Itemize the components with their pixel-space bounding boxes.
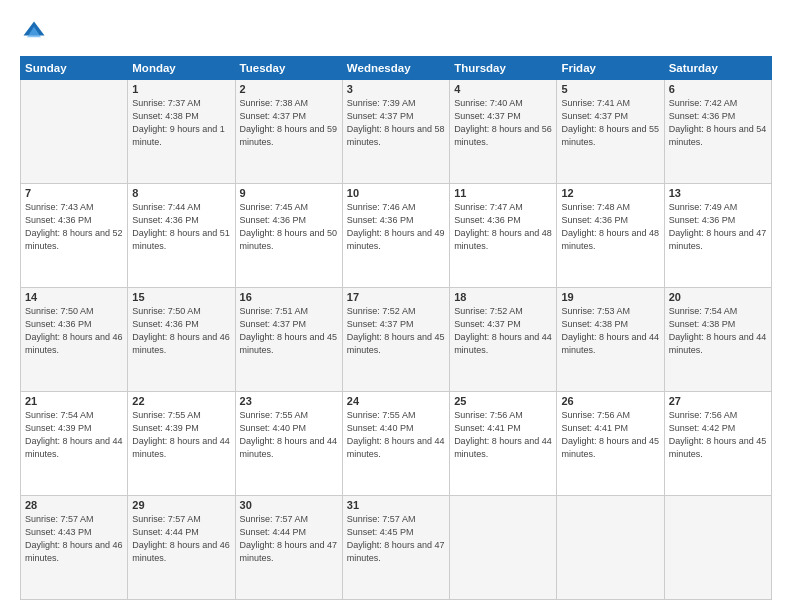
calendar-cell: 4Sunrise: 7:40 AMSunset: 4:37 PMDaylight… [450, 80, 557, 184]
day-info: Sunrise: 7:54 AMSunset: 4:39 PMDaylight:… [25, 409, 123, 461]
calendar-cell: 17Sunrise: 7:52 AMSunset: 4:37 PMDayligh… [342, 288, 449, 392]
calendar-cell: 9Sunrise: 7:45 AMSunset: 4:36 PMDaylight… [235, 184, 342, 288]
day-info: Sunrise: 7:57 AMSunset: 4:44 PMDaylight:… [240, 513, 338, 565]
header-day-thursday: Thursday [450, 57, 557, 80]
day-number: 14 [25, 291, 123, 303]
day-number: 21 [25, 395, 123, 407]
day-number: 27 [669, 395, 767, 407]
calendar-cell: 22Sunrise: 7:55 AMSunset: 4:39 PMDayligh… [128, 392, 235, 496]
day-info: Sunrise: 7:50 AMSunset: 4:36 PMDaylight:… [25, 305, 123, 357]
day-number: 2 [240, 83, 338, 95]
header-row: SundayMondayTuesdayWednesdayThursdayFrid… [21, 57, 772, 80]
calendar-cell: 21Sunrise: 7:54 AMSunset: 4:39 PMDayligh… [21, 392, 128, 496]
day-info: Sunrise: 7:43 AMSunset: 4:36 PMDaylight:… [25, 201, 123, 253]
calendar-cell: 19Sunrise: 7:53 AMSunset: 4:38 PMDayligh… [557, 288, 664, 392]
calendar-cell: 18Sunrise: 7:52 AMSunset: 4:37 PMDayligh… [450, 288, 557, 392]
calendar-cell: 29Sunrise: 7:57 AMSunset: 4:44 PMDayligh… [128, 496, 235, 600]
day-number: 24 [347, 395, 445, 407]
day-info: Sunrise: 7:55 AMSunset: 4:40 PMDaylight:… [347, 409, 445, 461]
day-info: Sunrise: 7:38 AMSunset: 4:37 PMDaylight:… [240, 97, 338, 149]
day-info: Sunrise: 7:47 AMSunset: 4:36 PMDaylight:… [454, 201, 552, 253]
header-day-monday: Monday [128, 57, 235, 80]
day-info: Sunrise: 7:56 AMSunset: 4:41 PMDaylight:… [454, 409, 552, 461]
day-number: 19 [561, 291, 659, 303]
day-number: 11 [454, 187, 552, 199]
day-info: Sunrise: 7:48 AMSunset: 4:36 PMDaylight:… [561, 201, 659, 253]
header-day-friday: Friday [557, 57, 664, 80]
day-number: 22 [132, 395, 230, 407]
page: SundayMondayTuesdayWednesdayThursdayFrid… [0, 0, 792, 612]
day-number: 17 [347, 291, 445, 303]
day-number: 25 [454, 395, 552, 407]
day-info: Sunrise: 7:57 AMSunset: 4:43 PMDaylight:… [25, 513, 123, 565]
week-row-5: 28Sunrise: 7:57 AMSunset: 4:43 PMDayligh… [21, 496, 772, 600]
calendar-cell: 5Sunrise: 7:41 AMSunset: 4:37 PMDaylight… [557, 80, 664, 184]
week-row-2: 7Sunrise: 7:43 AMSunset: 4:36 PMDaylight… [21, 184, 772, 288]
calendar-cell: 30Sunrise: 7:57 AMSunset: 4:44 PMDayligh… [235, 496, 342, 600]
day-number: 3 [347, 83, 445, 95]
day-info: Sunrise: 7:40 AMSunset: 4:37 PMDaylight:… [454, 97, 552, 149]
day-info: Sunrise: 7:54 AMSunset: 4:38 PMDaylight:… [669, 305, 767, 357]
day-info: Sunrise: 7:42 AMSunset: 4:36 PMDaylight:… [669, 97, 767, 149]
calendar-cell [21, 80, 128, 184]
calendar-cell: 1Sunrise: 7:37 AMSunset: 4:38 PMDaylight… [128, 80, 235, 184]
calendar-cell: 2Sunrise: 7:38 AMSunset: 4:37 PMDaylight… [235, 80, 342, 184]
calendar-cell: 13Sunrise: 7:49 AMSunset: 4:36 PMDayligh… [664, 184, 771, 288]
calendar-cell [450, 496, 557, 600]
calendar-table: SundayMondayTuesdayWednesdayThursdayFrid… [20, 56, 772, 600]
week-row-3: 14Sunrise: 7:50 AMSunset: 4:36 PMDayligh… [21, 288, 772, 392]
day-info: Sunrise: 7:51 AMSunset: 4:37 PMDaylight:… [240, 305, 338, 357]
day-info: Sunrise: 7:44 AMSunset: 4:36 PMDaylight:… [132, 201, 230, 253]
day-number: 12 [561, 187, 659, 199]
day-number: 23 [240, 395, 338, 407]
day-info: Sunrise: 7:50 AMSunset: 4:36 PMDaylight:… [132, 305, 230, 357]
calendar-header: SundayMondayTuesdayWednesdayThursdayFrid… [21, 57, 772, 80]
week-row-4: 21Sunrise: 7:54 AMSunset: 4:39 PMDayligh… [21, 392, 772, 496]
day-info: Sunrise: 7:52 AMSunset: 4:37 PMDaylight:… [454, 305, 552, 357]
calendar-cell: 16Sunrise: 7:51 AMSunset: 4:37 PMDayligh… [235, 288, 342, 392]
calendar-cell: 12Sunrise: 7:48 AMSunset: 4:36 PMDayligh… [557, 184, 664, 288]
calendar-cell: 20Sunrise: 7:54 AMSunset: 4:38 PMDayligh… [664, 288, 771, 392]
calendar-cell: 23Sunrise: 7:55 AMSunset: 4:40 PMDayligh… [235, 392, 342, 496]
day-info: Sunrise: 7:45 AMSunset: 4:36 PMDaylight:… [240, 201, 338, 253]
day-number: 7 [25, 187, 123, 199]
day-number: 28 [25, 499, 123, 511]
calendar-cell: 28Sunrise: 7:57 AMSunset: 4:43 PMDayligh… [21, 496, 128, 600]
calendar-cell [557, 496, 664, 600]
calendar-cell: 24Sunrise: 7:55 AMSunset: 4:40 PMDayligh… [342, 392, 449, 496]
header-day-wednesday: Wednesday [342, 57, 449, 80]
day-info: Sunrise: 7:55 AMSunset: 4:39 PMDaylight:… [132, 409, 230, 461]
header-day-tuesday: Tuesday [235, 57, 342, 80]
day-info: Sunrise: 7:55 AMSunset: 4:40 PMDaylight:… [240, 409, 338, 461]
week-row-1: 1Sunrise: 7:37 AMSunset: 4:38 PMDaylight… [21, 80, 772, 184]
calendar-cell: 14Sunrise: 7:50 AMSunset: 4:36 PMDayligh… [21, 288, 128, 392]
calendar-cell: 6Sunrise: 7:42 AMSunset: 4:36 PMDaylight… [664, 80, 771, 184]
calendar-cell: 11Sunrise: 7:47 AMSunset: 4:36 PMDayligh… [450, 184, 557, 288]
day-info: Sunrise: 7:57 AMSunset: 4:45 PMDaylight:… [347, 513, 445, 565]
calendar-cell: 27Sunrise: 7:56 AMSunset: 4:42 PMDayligh… [664, 392, 771, 496]
calendar-cell: 7Sunrise: 7:43 AMSunset: 4:36 PMDaylight… [21, 184, 128, 288]
calendar-cell: 15Sunrise: 7:50 AMSunset: 4:36 PMDayligh… [128, 288, 235, 392]
day-info: Sunrise: 7:37 AMSunset: 4:38 PMDaylight:… [132, 97, 230, 149]
day-number: 31 [347, 499, 445, 511]
day-info: Sunrise: 7:39 AMSunset: 4:37 PMDaylight:… [347, 97, 445, 149]
header [20, 18, 772, 46]
logo [20, 18, 52, 46]
day-number: 6 [669, 83, 767, 95]
header-day-sunday: Sunday [21, 57, 128, 80]
day-number: 9 [240, 187, 338, 199]
day-number: 26 [561, 395, 659, 407]
day-info: Sunrise: 7:46 AMSunset: 4:36 PMDaylight:… [347, 201, 445, 253]
day-number: 29 [132, 499, 230, 511]
day-number: 20 [669, 291, 767, 303]
calendar-cell: 8Sunrise: 7:44 AMSunset: 4:36 PMDaylight… [128, 184, 235, 288]
day-number: 4 [454, 83, 552, 95]
logo-icon [20, 18, 48, 46]
day-number: 13 [669, 187, 767, 199]
day-number: 16 [240, 291, 338, 303]
calendar-cell: 25Sunrise: 7:56 AMSunset: 4:41 PMDayligh… [450, 392, 557, 496]
header-day-saturday: Saturday [664, 57, 771, 80]
calendar-cell: 3Sunrise: 7:39 AMSunset: 4:37 PMDaylight… [342, 80, 449, 184]
day-info: Sunrise: 7:56 AMSunset: 4:41 PMDaylight:… [561, 409, 659, 461]
day-info: Sunrise: 7:57 AMSunset: 4:44 PMDaylight:… [132, 513, 230, 565]
